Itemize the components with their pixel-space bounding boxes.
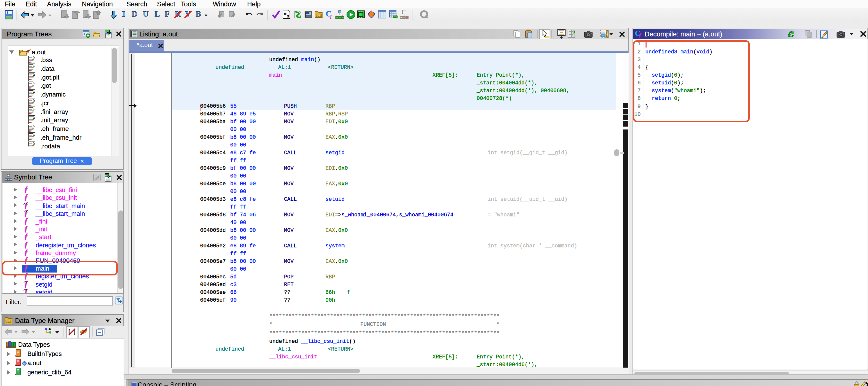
- svg-text:f: f: [330, 13, 333, 19]
- svg-text:DT: DT: [317, 14, 320, 17]
- svg-text:10: 10: [284, 13, 287, 15]
- svg-text:01: 01: [287, 15, 290, 18]
- svg-text:DT: DT: [6, 320, 10, 323]
